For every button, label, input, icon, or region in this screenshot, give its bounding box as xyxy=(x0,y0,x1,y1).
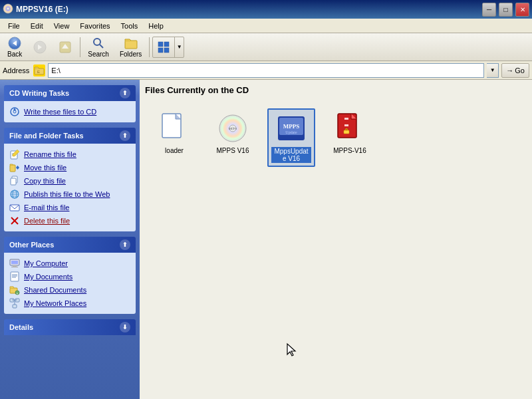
address-label: Address xyxy=(3,66,29,74)
file-item[interactable]: MPPS-V16 xyxy=(326,108,374,167)
move-icon xyxy=(9,162,20,173)
folder-title: Files Currently on the CD xyxy=(145,85,527,95)
file-name: MppsUpdate V16 xyxy=(271,147,311,163)
my-documents-link[interactable]: My Documents xyxy=(9,270,130,283)
delete-file-link[interactable]: Delete this file xyxy=(9,214,130,227)
move-label: Move this file xyxy=(24,164,66,172)
window-icon xyxy=(3,3,13,15)
app-file-icon: MPPS Update xyxy=(275,112,307,144)
folders-button[interactable]: Folders xyxy=(115,35,146,59)
svg-rect-70 xyxy=(344,118,348,120)
write-files-to-cd-link[interactable]: Write these files to CD xyxy=(9,105,130,118)
file-folder-tasks-header[interactable]: File and Folder Tasks ⬆ xyxy=(4,128,136,144)
file-name: MPPS-V16 xyxy=(333,147,366,154)
menu-help[interactable]: Help xyxy=(143,21,169,31)
svg-rect-72 xyxy=(344,124,348,126)
svg-rect-29 xyxy=(11,178,16,185)
back-label: Back xyxy=(7,51,22,58)
svg-text:E: E xyxy=(37,70,40,74)
go-button[interactable]: → Go xyxy=(501,63,529,78)
svg-rect-39 xyxy=(11,261,18,264)
file-item[interactable]: MPPS MPPS V16 xyxy=(209,108,257,167)
svg-marker-26 xyxy=(16,166,19,168)
cursor xyxy=(286,342,298,354)
svg-rect-12 xyxy=(158,42,163,47)
svg-rect-15 xyxy=(164,48,169,53)
publish-label: Publish this file to the Web xyxy=(24,190,110,198)
details-header[interactable]: Details ⬇ xyxy=(4,319,136,335)
file-folder-tasks-body: Rename this file Move this file xyxy=(4,144,136,231)
views-dropdown-arrow[interactable]: ▼ xyxy=(174,37,184,57)
file-item-selected[interactable]: MPPS Update MppsUpdate V16 xyxy=(267,108,315,167)
publish-file-link[interactable]: Publish this file to the Web xyxy=(9,188,130,201)
shared-documents-label: Shared Documents xyxy=(24,286,86,294)
minimize-button[interactable]: ─ xyxy=(482,3,496,17)
other-places-collapse-icon[interactable]: ⬆ xyxy=(120,239,130,250)
views-button[interactable]: ▼ xyxy=(152,37,184,58)
menu-bar: File Edit View Favorites Tools Help xyxy=(0,19,532,33)
svg-text:+: + xyxy=(17,291,19,295)
menu-view[interactable]: View xyxy=(49,21,75,31)
blank-file-icon xyxy=(158,112,190,144)
menu-tools[interactable]: Tools xyxy=(116,21,144,31)
details-collapse-icon[interactable]: ⬇ xyxy=(120,322,130,332)
rename-icon xyxy=(9,149,20,160)
write-files-label: Write these files to CD xyxy=(24,108,96,116)
menu-file[interactable]: File xyxy=(3,21,25,31)
up-button[interactable] xyxy=(53,35,77,59)
menu-favorites[interactable]: Favorites xyxy=(74,21,115,31)
shared-documents-link[interactable]: + Shared Documents xyxy=(9,283,130,297)
file-item[interactable]: loader xyxy=(150,108,198,167)
other-places-label: Other Places xyxy=(9,241,54,249)
search-button[interactable]: Search xyxy=(83,35,114,59)
svg-point-2 xyxy=(7,7,9,10)
move-file-link[interactable]: Move this file xyxy=(9,161,130,174)
copy-label: Copy this file xyxy=(24,177,66,185)
close-button[interactable]: ✕ xyxy=(515,3,529,17)
email-icon xyxy=(9,202,20,213)
shareddocs-icon: + xyxy=(9,285,20,295)
file-name: MPPS V16 xyxy=(217,147,249,154)
go-label: Go xyxy=(515,66,525,74)
copy-file-link[interactable]: Copy this file xyxy=(9,174,130,188)
views-button-main[interactable] xyxy=(153,37,174,57)
address-dropdown-button[interactable]: ▼ xyxy=(487,63,499,78)
forward-button[interactable] xyxy=(28,35,52,59)
other-places-section: Other Places ⬆ My Computer xyxy=(4,237,136,314)
files-area: loader xyxy=(145,103,527,172)
toolbar-sep-2 xyxy=(149,37,150,57)
delete-icon xyxy=(9,215,20,226)
title-bar: MPPSV16 (E:) ─ □ ✕ xyxy=(0,0,532,19)
menu-edit[interactable]: Edit xyxy=(25,21,49,31)
svg-text:Update: Update xyxy=(285,130,297,134)
cd-file-icon: MPPS xyxy=(217,112,249,144)
my-documents-label: My Documents xyxy=(24,273,72,281)
copy-icon xyxy=(9,176,20,186)
address-folder-icon: E xyxy=(33,65,45,76)
delete-label: Delete this file xyxy=(24,217,70,225)
other-places-header[interactable]: Other Places ⬆ xyxy=(4,237,136,253)
my-computer-link[interactable]: My Computer xyxy=(9,257,130,270)
address-input[interactable] xyxy=(48,63,484,78)
go-arrow: → xyxy=(506,66,513,74)
svg-rect-11 xyxy=(125,41,137,49)
svg-text:MPPS: MPPS xyxy=(229,127,237,130)
rename-file-link[interactable]: Rename this file xyxy=(9,148,130,161)
email-file-link[interactable]: E-mail this file xyxy=(9,201,130,214)
maximize-button[interactable]: □ xyxy=(499,3,513,17)
svg-text:MPPS: MPPS xyxy=(283,123,300,130)
file-folder-tasks-label: File and Folder Tasks xyxy=(9,132,84,140)
svg-rect-42 xyxy=(11,272,19,281)
zip-file-icon xyxy=(334,112,366,144)
publish-icon xyxy=(9,189,20,200)
cd-writing-tasks-header[interactable]: CD Writing Tasks ⬆ xyxy=(4,85,136,101)
back-button[interactable]: Back xyxy=(3,35,27,59)
other-places-body: My Computer My Documents xyxy=(4,253,136,314)
file-name: loader xyxy=(165,147,184,154)
window-title: MPPSV16 (E:) xyxy=(16,5,479,14)
cd-writing-collapse-icon[interactable]: ⬆ xyxy=(120,88,130,98)
file-folder-collapse-icon[interactable]: ⬆ xyxy=(120,130,130,141)
my-network-places-link[interactable]: My Network Places xyxy=(9,297,130,310)
cd-writing-tasks-body: Write these files to CD xyxy=(4,101,136,122)
svg-rect-13 xyxy=(164,42,169,47)
